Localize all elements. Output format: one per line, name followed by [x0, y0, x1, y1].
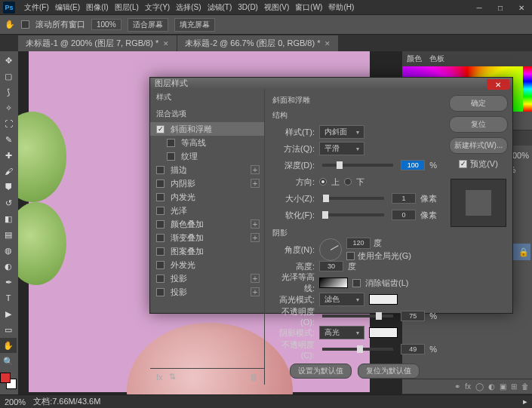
swatches-panel-tab[interactable]: 色板 [429, 54, 444, 64]
doc-tab-2[interactable]: 未标题-2 @ 66.7% (图层 0, RGB/8) *✕ [177, 35, 338, 51]
depth-input[interactable]: 100 [401, 160, 425, 170]
add-style-icon[interactable]: + [251, 274, 260, 283]
style-checkbox[interactable] [156, 247, 165, 256]
window-minimize[interactable]: ─ [469, 0, 490, 15]
direction-down-radio[interactable] [344, 178, 352, 186]
magic-wand-tool[interactable]: ✧ [0, 100, 17, 115]
style-checkbox[interactable] [156, 288, 165, 296]
depth-slider[interactable] [322, 164, 393, 167]
size-slider[interactable] [322, 197, 384, 200]
technique-select[interactable]: 平滑 [319, 142, 364, 155]
add-style-icon[interactable]: + [251, 233, 260, 242]
cancel-button[interactable]: 复位 [449, 116, 508, 133]
menu-view[interactable]: 视图(V) [261, 2, 292, 13]
window-maximize[interactable]: □ [490, 0, 511, 15]
healing-tool[interactable]: ✚ [0, 148, 17, 163]
menu-select[interactable]: 选择(S) [173, 2, 204, 13]
pen-tool[interactable]: ✒ [0, 275, 17, 290]
set-default-button[interactable]: 设置为默认值 [290, 364, 352, 379]
style-item-光泽[interactable]: 光泽 [150, 204, 264, 217]
style-item-纹理[interactable]: 纹理 [150, 149, 264, 163]
menu-filter[interactable]: 滤镜(T) [204, 2, 235, 13]
size-input[interactable]: 1 [392, 193, 416, 204]
menu-3d[interactable]: 3D(D) [235, 3, 261, 11]
eyedropper-tool[interactable]: ✎ [0, 132, 17, 147]
style-checkbox[interactable] [156, 207, 165, 215]
style-item-等高线[interactable]: 等高线 [150, 136, 264, 149]
add-style-icon[interactable]: + [251, 287, 260, 296]
style-checkbox[interactable] [156, 275, 165, 283]
direction-up-radio[interactable] [319, 178, 327, 186]
window-close[interactable]: ✕ [511, 0, 532, 15]
type-tool[interactable]: T [0, 290, 17, 305]
dialog-close-button[interactable]: ✕ [487, 79, 509, 90]
style-item-图案叠加[interactable]: 图案叠加 [150, 244, 264, 258]
color-panel-tab[interactable]: 颜色 [407, 54, 422, 64]
highlight-opacity-input[interactable]: 75 [401, 311, 425, 321]
style-checkbox[interactable] [156, 125, 165, 133]
style-checkbox[interactable] [156, 193, 165, 201]
style-item-外发光[interactable]: 外发光 [150, 258, 264, 271]
chevron-up-down-icon[interactable]: ⇅ [169, 372, 176, 382]
close-icon[interactable]: ✕ [324, 40, 331, 48]
angle-dial[interactable] [319, 238, 342, 261]
fit-screen-button[interactable]: 适合屏幕 [128, 18, 168, 32]
style-item-投影[interactable]: 投影+ [150, 285, 264, 299]
style-checkbox[interactable] [156, 234, 165, 242]
menu-type[interactable]: 文字(Y) [142, 2, 173, 13]
blur-tool[interactable]: ◍ [0, 243, 17, 258]
style-checkbox[interactable] [167, 152, 175, 161]
antialias-checkbox[interactable] [352, 279, 361, 287]
altitude-input[interactable]: 30 [319, 261, 343, 271]
reset-default-button[interactable]: 复位为默认值 [358, 364, 420, 379]
foreground-background-colors[interactable] [0, 373, 17, 389]
move-tool[interactable]: ✥ [0, 53, 17, 68]
path-select-tool[interactable]: ▶ [0, 306, 17, 321]
style-item-渐变叠加[interactable]: 渐变叠加+ [150, 231, 264, 244]
dodge-tool[interactable]: ◐ [0, 259, 17, 274]
menu-image[interactable]: 图像(I) [83, 2, 111, 13]
style-checkbox[interactable] [156, 220, 165, 229]
add-style-icon[interactable]: + [251, 179, 260, 188]
shadow-mode-select[interactable]: 高光 [319, 326, 364, 339]
stamp-tool[interactable]: ⛊ [0, 179, 17, 195]
soften-slider[interactable] [322, 213, 384, 216]
highlight-mode-select[interactable]: 滤色 [319, 293, 364, 306]
shadow-color-picker[interactable] [369, 327, 398, 338]
style-checkbox[interactable] [156, 261, 165, 269]
style-checkbox[interactable] [156, 166, 165, 174]
angle-input[interactable]: 120 [346, 238, 371, 249]
eraser-tool[interactable]: ◧ [0, 211, 17, 226]
preview-checkbox[interactable] [459, 160, 467, 168]
lasso-tool[interactable]: ⟆ [0, 84, 17, 100]
zoom-input[interactable]: 100% [91, 19, 121, 30]
doc-tab-1[interactable]: 未标题-1 @ 200% (图层 7, RGB/8) *✕ [18, 35, 177, 51]
zoom-tool[interactable]: 🔍 [0, 354, 17, 369]
gradient-tool[interactable]: ▤ [0, 227, 17, 242]
highlight-color-picker[interactable] [369, 294, 398, 305]
shadow-opacity-input[interactable]: 49 [401, 344, 425, 354]
menu-file[interactable]: 文件(F) [21, 2, 52, 13]
menu-help[interactable]: 帮助(H) [325, 2, 357, 13]
marquee-tool[interactable]: ▢ [0, 69, 17, 84]
history-brush-tool[interactable]: ↺ [0, 195, 17, 210]
menu-layer[interactable]: 图层(L) [112, 2, 142, 13]
menu-edit[interactable]: 编辑(E) [52, 2, 83, 13]
style-item-投影[interactable]: 投影+ [150, 271, 264, 285]
ok-button[interactable]: 确定 [449, 95, 508, 112]
menu-window[interactable]: 窗口(W) [292, 2, 325, 13]
hand-tool[interactable]: ✋ [0, 338, 17, 353]
gloss-contour-picker[interactable] [319, 278, 348, 288]
close-icon[interactable]: ✕ [163, 40, 169, 48]
scroll-all-checkbox[interactable] [21, 20, 29, 29]
shape-tool[interactable]: ▭ [0, 322, 17, 337]
highlight-opacity-slider[interactable] [322, 314, 393, 318]
shadow-opacity-slider[interactable] [322, 348, 393, 351]
style-item-斜面和浮雕[interactable]: 斜面和浮雕 [150, 122, 264, 136]
brush-tool[interactable]: 🖌 [0, 164, 17, 179]
delete-layer-icon[interactable]: 🗑 [521, 382, 529, 391]
style-checkbox[interactable] [156, 179, 165, 188]
fill-screen-button[interactable]: 填充屏幕 [174, 18, 215, 32]
blending-options-header[interactable]: 混合选项 [150, 106, 264, 122]
delete-icon[interactable]: 🗑 [250, 373, 258, 382]
